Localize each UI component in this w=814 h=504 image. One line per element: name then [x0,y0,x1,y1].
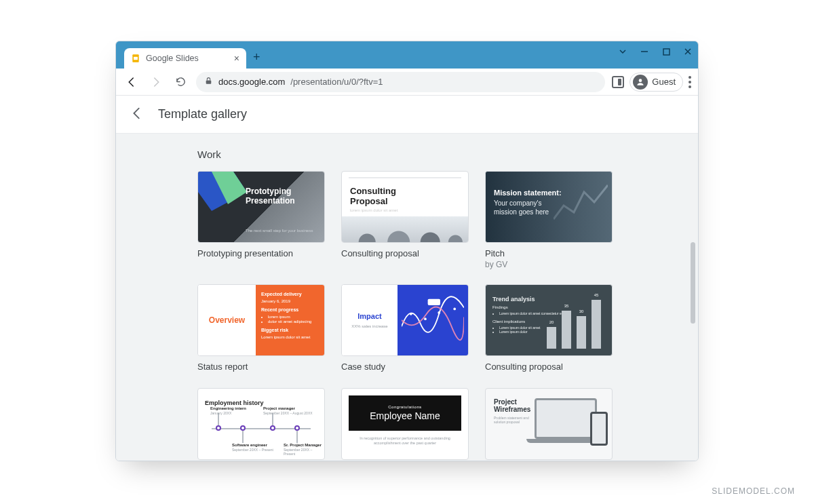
thumb-small-text: lorem ipsum dolor sit amet [350,208,398,212]
template-thumbnail: Mission statement: Your company'smission… [485,171,613,243]
back-icon[interactable] [123,73,140,91]
browser-toolbar: docs.google.com/presentation/u/0/?ftv=1 … [116,69,698,96]
svg-rect-2 [663,49,670,55]
thumb-text: Overview [209,315,245,325]
template-card-trend-analysis[interactable]: Trend analysis Findings Lorem ipsum dolo… [485,284,613,373]
template-title: Status report [197,362,325,373]
close-tab-icon[interactable]: × [234,54,239,63]
guest-avatar-icon [633,75,648,90]
window-controls [618,47,693,56]
template-title: Pitch [485,248,613,260]
template-title: Case study [341,362,469,373]
browser-window: Google Slides × + docs.google.com/presen… [115,41,699,461]
thumb-node-label: Software engineer [232,443,267,447]
watermark: SLIDEMODEL.COM [712,486,795,496]
reload-icon[interactable] [172,73,189,91]
scrollbar-thumb[interactable] [691,242,695,324]
thumb-small-text: The next small step for your business [246,229,313,233]
thumb-text: mission goes here [494,208,549,216]
thumb-small-text: Problem statement and solution proposal [494,416,535,424]
template-thumbnail: ImpactXX% sales increase [341,284,469,356]
thumb-node-label: Engineering intern [210,406,246,410]
maximize-icon[interactable] [661,47,671,56]
svg-point-9 [438,311,440,314]
template-title: Consulting proposal [341,248,469,260]
svg-rect-11 [428,299,440,305]
thumb-text: Project [494,398,517,406]
template-title: Consulting proposal [485,362,613,373]
template-card-employee-name[interactable]: CongratulationsEmployee Name In recognit… [341,388,469,460]
thumb-small-text: XX% sales increase [351,324,387,328]
svg-point-10 [453,307,456,310]
thumb-node-label: Sr. Project Manager [284,443,322,447]
template-thumbnail: Overview Expected deliveryJanuary 6, 201… [197,284,325,356]
template-card-wireframes[interactable]: ProjectWireframes Problem statement and … [485,388,613,460]
side-panel-icon[interactable] [612,76,624,88]
thumb-node-label: Project manager [263,406,295,410]
thumb-small-text: Congratulations [388,405,422,409]
template-card-prototyping[interactable]: PrototypingPresentation The next small s… [197,171,325,269]
template-card-case-study[interactable]: ImpactXX% sales increase Case study [341,284,469,373]
thumb-text: Your company's [494,199,541,207]
address-bar[interactable]: docs.google.com/presentation/u/0/?ftv=1 [196,72,605,92]
browser-titlebar: Google Slides × + [116,41,698,69]
profile-chip[interactable]: Guest [629,73,683,92]
svg-point-7 [410,313,412,315]
svg-point-4 [639,79,642,82]
profile-label: Guest [652,77,676,87]
template-card-employment-history[interactable]: Employment history Engineering intern Ja… [197,388,325,460]
thumb-text: Mission statement: [494,188,562,198]
page-header: Template gallery [116,96,698,134]
thumb-text: Employee Name [370,410,440,421]
url-host: docs.google.com [218,77,285,87]
template-gallery[interactable]: Work PrototypingPresentation The next sm… [116,134,698,461]
slides-favicon-icon [131,54,140,63]
browser-tab[interactable]: Google Slides × [124,48,246,69]
browser-menu-icon[interactable] [689,76,691,88]
new-tab-button[interactable]: + [253,50,260,64]
template-thumbnail: Employment history Engineering intern Ja… [197,388,325,460]
thumb-text: Wireframes [494,406,530,413]
thumb-text: Trend analysis [492,296,535,303]
gallery-back-icon[interactable] [130,106,144,123]
thumb-text: Proposal [350,196,388,206]
close-window-icon[interactable] [683,47,693,56]
thumb-text: Consulting [350,186,396,196]
minimize-icon[interactable] [640,47,649,56]
window-chevron-icon[interactable] [618,47,627,56]
lock-icon [204,77,213,88]
url-path: /presentation/u/0/?ftv=1 [290,77,383,87]
template-thumbnail: ConsultingProposal lorem ipsum dolor sit… [341,171,469,243]
template-thumbnail: Trend analysis Findings Lorem ipsum dolo… [485,284,613,356]
template-thumbnail: ProjectWireframes Problem statement and … [485,388,613,460]
template-thumbnail: PrototypingPresentation The next small s… [197,171,325,243]
template-title: Prototyping presentation [197,248,325,260]
svg-point-8 [424,317,427,320]
template-card-consulting-proposal[interactable]: ConsultingProposal lorem ipsum dolor sit… [341,171,469,269]
page-title: Template gallery [158,107,247,121]
svg-rect-3 [206,80,212,83]
template-card-pitch[interactable]: Mission statement: Your company'smission… [485,171,613,269]
thumb-caption: In recognition of superior performance a… [354,436,456,446]
forward-icon[interactable] [147,73,165,91]
thumb-text: Presentation [246,196,295,206]
tab-title: Google Slides [146,54,199,63]
thumb-text: Prototyping [246,187,291,196]
template-card-status-report[interactable]: Overview Expected deliveryJanuary 6, 201… [197,284,325,373]
template-thumbnail: CongratulationsEmployee Name In recognit… [341,388,469,460]
template-byline: by GV [485,260,613,269]
thumb-text: Employment history [205,400,264,406]
section-label: Work [197,149,657,160]
svg-rect-1 [134,57,138,60]
thumb-text: Impact [357,312,381,320]
template-grid: PrototypingPresentation The next small s… [197,171,657,460]
